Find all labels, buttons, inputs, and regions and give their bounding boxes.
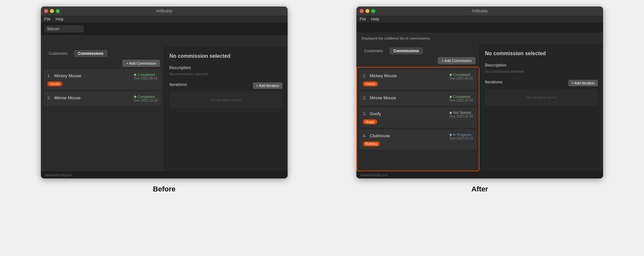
after-status-dot-1 — [450, 74, 452, 76]
after-maximize-button[interactable] — [371, 9, 375, 13]
before-commission-list: 1. Mickey Mouse Completed Due 2022-08-16 — [41, 69, 164, 171]
after-description-label: Description — [485, 63, 598, 67]
after-iterations-label: Iterations — [485, 80, 502, 84]
before-status-dot-2 — [134, 96, 136, 98]
after-due-date-1: Due 2022-08-16 — [450, 77, 473, 80]
after-commission-status-badge-3: Not Started — [450, 111, 473, 115]
labels-row: Before After — [0, 182, 644, 197]
after-close-button[interactable] — [360, 9, 364, 13]
before-menu-file[interactable]: File — [44, 17, 50, 21]
after-status-label-3: Not Started — [453, 111, 471, 115]
after-commission-name-4: Clubhouse — [370, 133, 390, 138]
before-menu-help[interactable]: Help — [56, 17, 64, 21]
before-search-input[interactable] — [45, 25, 84, 32]
after-commission-header-3: 3. Goofy Not Started Due 2022-10-28 — [363, 111, 473, 118]
after-menu-help[interactable]: Help — [371, 17, 379, 21]
before-menu-bar: File Help — [41, 16, 288, 23]
after-add-iteration-button[interactable]: + Add Iteration — [568, 80, 598, 86]
before-commission-status-2: Completed Due 2022-10-28 — [134, 95, 157, 102]
before-input-bar — [41, 23, 288, 35]
after-status-bar-path: /data/artbuddy.json — [360, 173, 388, 177]
after-commission-number-3: 3. — [363, 111, 366, 116]
before-minimize-button[interactable] — [50, 9, 54, 13]
after-commission-item-3[interactable]: 3. Goofy Not Started Due 2022-10-28 — [359, 107, 477, 128]
after-add-commission-button[interactable]: + Add Commission — [438, 57, 476, 64]
before-commission-item-2[interactable]: 2. Minnie Mouse Completed Due 2022-10-28 — [43, 91, 161, 105]
before-main-content: Customers Commissions + Add Commission 1… — [41, 47, 288, 171]
before-commission-name-2: Minnie Mouse — [54, 95, 80, 100]
before-add-commission-button[interactable]: + Add Commission — [122, 60, 160, 67]
before-no-iterations: No iterations found — [169, 91, 282, 108]
after-app-window: ArtBuddy File Help Displayed the unfilte… — [356, 6, 603, 178]
before-iterations-label: Iterations — [169, 82, 187, 87]
before-status-label-2: Completed — [138, 95, 155, 99]
after-screenshot: ArtBuddy File Help Displayed the unfilte… — [322, 6, 638, 178]
after-commission-item-4[interactable]: 4. Clubhouse In Progress Due 2022-10-10 — [359, 129, 477, 150]
before-right-panel: No commission selected Description No co… — [164, 47, 288, 171]
after-commission-status-1: Completed Due 2022-08-16 — [450, 73, 473, 80]
before-commission-tag-row-1: mouse — [47, 80, 157, 86]
after-tab-commissions[interactable]: Commissions — [390, 47, 423, 55]
before-notification-bar — [41, 35, 288, 47]
after-commission-name-row-4: 4. Clubhouse — [363, 133, 390, 139]
after-status-label-4: In Progress — [453, 133, 471, 137]
before-app-window: ArtBuddy File Help Customers — [41, 6, 288, 178]
before-add-btn-row: + Add Commission — [41, 60, 164, 69]
after-notification-bar: Displayed the unfiltered list of commiss… — [356, 32, 603, 44]
before-label-wrapper: Before — [6, 185, 322, 193]
after-title-bar: ArtBuddy — [356, 6, 603, 16]
before-due-date-1: Due 2022-08-16 — [134, 77, 157, 80]
after-commission-item-2[interactable]: 2. Minnie Mouse Completed Due 2022-10-28 — [359, 91, 477, 105]
after-commission-name-1: Mickey Mouse — [370, 73, 397, 78]
before-add-iteration-button[interactable]: + Add Iteration — [253, 82, 282, 89]
after-commission-name-row-2: 2. Minnie Mouse — [363, 95, 396, 101]
after-input-bar — [356, 23, 603, 32]
after-no-commission-title: No commission selected — [485, 51, 598, 56]
before-close-button[interactable] — [44, 9, 48, 13]
after-add-btn-row: + Add Commission — [356, 57, 479, 67]
before-commission-item-1[interactable]: 1. Mickey Mouse Completed Due 2022-08-16 — [43, 69, 161, 90]
before-tabs-row: Customers Commissions — [41, 47, 164, 60]
after-commission-tag-row-1: mouse — [363, 80, 473, 86]
after-commission-header-1: 1. Mickey Mouse Completed Due 2022-08-16 — [363, 73, 473, 80]
before-commission-tag-1: mouse — [47, 81, 62, 86]
after-commission-status-2: Completed Due 2022-10-28 — [450, 95, 473, 102]
before-status-bar-path: /data/artbuddy.json — [45, 173, 72, 177]
after-status-dot-3 — [450, 112, 452, 114]
before-maximize-button[interactable] — [56, 9, 60, 13]
before-commission-status-1: Completed Due 2022-08-16 — [134, 73, 157, 80]
after-commission-tag-1: mouse — [363, 81, 378, 86]
before-title-bar: ArtBuddy — [41, 6, 288, 16]
before-status-label-1: Completed — [138, 73, 155, 77]
after-menu-file[interactable]: File — [360, 17, 366, 21]
before-commission-status-badge-1: Completed — [134, 73, 157, 77]
after-commission-name-row-3: 3. Goofy — [363, 111, 381, 116]
after-commission-header-4: 4. Clubhouse In Progress Due 2022-10-10 — [363, 133, 473, 140]
after-commission-number-4: 4. — [363, 133, 366, 138]
before-description-value: No commission selected — [169, 72, 282, 76]
before-app-title: ArtBuddy — [156, 9, 172, 13]
after-commission-item-1[interactable]: 1. Mickey Mouse Completed Due 2022-08-16 — [359, 69, 477, 90]
after-tab-customers[interactable]: Customers — [360, 47, 387, 55]
after-iterations-row: Iterations + Add Iteration — [485, 80, 598, 86]
before-traffic-lights — [44, 9, 60, 13]
before-commission-header-1: 1. Mickey Mouse Completed Due 2022-08-16 — [47, 73, 157, 80]
before-commission-header-2: 2. Minnie Mouse Completed Due 2022-10-28 — [47, 95, 157, 102]
after-commission-tag-row-3: doggo — [363, 118, 473, 124]
before-tab-commissions[interactable]: Commissions — [74, 50, 107, 57]
after-status-dot-2 — [450, 96, 452, 98]
before-commission-name-row-2: 2. Minnie Mouse — [47, 95, 80, 101]
after-status-label-2: Completed — [453, 95, 470, 99]
after-minimize-button[interactable] — [365, 9, 369, 13]
after-status-label-1: Completed — [453, 73, 470, 77]
after-app-title: ArtBuddy — [472, 9, 488, 13]
after-due-date-3: Due 2022-10-28 — [450, 115, 473, 118]
before-tab-customers[interactable]: Customers — [45, 50, 71, 57]
before-commission-name-1: Mickey Mouse — [54, 73, 81, 78]
after-right-panel: No commission selected Description No co… — [480, 44, 603, 171]
before-no-commission-title: No commission selected — [169, 53, 282, 59]
after-due-date-4: Due 2022-10-10 — [450, 137, 473, 140]
before-description-label: Description — [169, 66, 282, 70]
after-description-value: No commission selected — [485, 69, 598, 73]
before-commission-status-badge-2: Completed — [134, 95, 157, 99]
